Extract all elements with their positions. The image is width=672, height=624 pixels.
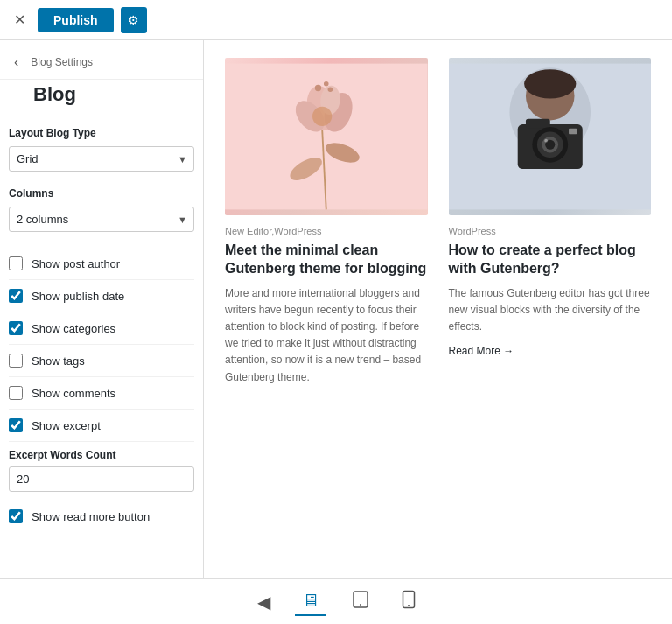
desktop-icon: 🖥 [302,591,319,611]
show-post-author-checkbox[interactable] [9,256,23,270]
checkbox-show-comments: Show comments [9,377,194,410]
svg-point-8 [312,107,332,126]
checkbox-show-excerpt: Show excerpt [9,410,194,442]
desktop-button[interactable]: 🖥 [295,587,326,616]
publish-button[interactable]: Publish [38,8,114,32]
sidebar-header: ‹ Blog Settings [0,40,203,80]
svg-point-10 [324,81,329,87]
columns-select[interactable]: 1 column 2 columns 3 columns 4 columns [9,207,194,232]
breadcrumb: Blog Settings [31,56,93,68]
svg-point-15 [524,69,576,98]
undo-button[interactable]: ◀ [250,588,277,616]
page-title: Blog [0,80,203,115]
checkbox-show-categories: Show categories [9,312,194,345]
show-comments-checkbox[interactable] [9,386,23,400]
blog-image-flower [225,58,428,215]
show-post-author-label[interactable]: Show post author [32,257,120,270]
svg-point-27 [408,605,410,606]
svg-point-22 [544,139,548,143]
tablet-button[interactable] [344,586,377,617]
show-comments-label[interactable]: Show comments [32,387,116,400]
svg-point-11 [328,88,333,93]
show-publish-date-checkbox[interactable] [9,289,23,303]
layout-section-title: Layout Blog Type [9,127,194,139]
excerpt-section: Excerpt Words Count [9,449,194,492]
close-button[interactable]: ✕ [9,8,31,32]
show-categories-checkbox[interactable] [9,321,23,335]
undo-icon: ◀ [257,592,270,613]
show-excerpt-label[interactable]: Show excerpt [32,419,101,432]
blog-excerpt-2: The famous Gutenberg editor has got thre… [449,285,652,336]
bottom-toolbar: ◀ 🖥 [0,578,672,624]
main-layout: ‹ Blog Settings Blog Layout Blog Type Gr… [0,40,672,578]
layout-select[interactable]: Grid List Masonry [9,146,194,172]
sidebar: ‹ Blog Settings Blog Layout Blog Type Gr… [0,40,204,578]
show-read-more-checkbox[interactable] [9,509,23,523]
top-bar: ✕ Publish ⚙ [0,0,672,40]
columns-select-wrapper: 1 column 2 columns 3 columns 4 columns ▼ [9,207,194,232]
blog-excerpt-1: More and more international bloggers and… [225,285,428,386]
excerpt-words-label: Excerpt Words Count [9,449,194,461]
svg-point-9 [315,85,321,91]
back-button[interactable]: ‹ [9,53,24,72]
content-area: New Editor,WordPress Meet the minimal cl… [204,40,672,578]
excerpt-words-input[interactable] [9,466,194,492]
svg-rect-23 [569,129,577,134]
checkbox-show-post-author: Show post author [9,248,194,280]
columns-section-title: Columns [9,187,194,200]
blog-category-1: New Editor,WordPress [225,226,428,236]
checkbox-show-tags: Show tags [9,345,194,377]
blog-image-camera [449,58,652,215]
blog-card-1: New Editor,WordPress Meet the minimal cl… [225,58,428,395]
checkbox-show-read-more: Show read more button [9,501,194,532]
sidebar-content: Layout Blog Type Grid List Masonry ▼ Col… [0,115,203,578]
mobile-button[interactable] [395,586,423,617]
layout-select-wrapper: Grid List Masonry ▼ [9,146,194,172]
blog-category-2: WordPress [449,226,652,236]
show-categories-label[interactable]: Show categories [32,322,116,335]
blog-title-1: Meet the minimal clean Gutenberg theme f… [225,242,428,278]
show-read-more-label[interactable]: Show read more button [32,510,150,523]
mobile-icon [402,590,416,613]
show-tags-checkbox[interactable] [9,354,23,368]
blog-grid: New Editor,WordPress Meet the minimal cl… [225,58,651,395]
show-publish-date-label[interactable]: Show publish date [32,290,124,303]
blog-card-2: WordPress How to create a perfect blog w… [449,58,652,395]
svg-rect-17 [525,119,550,129]
show-excerpt-checkbox[interactable] [9,418,23,432]
tablet-icon [351,590,370,613]
blog-title-2: How to create a perfect blog with Gutenb… [449,242,652,278]
read-more-link-2[interactable]: Read More → [449,345,514,357]
checkbox-show-publish-date: Show publish date [9,280,194,312]
svg-point-25 [360,604,361,606]
settings-button[interactable]: ⚙ [121,7,147,33]
show-tags-label[interactable]: Show tags [32,354,85,368]
